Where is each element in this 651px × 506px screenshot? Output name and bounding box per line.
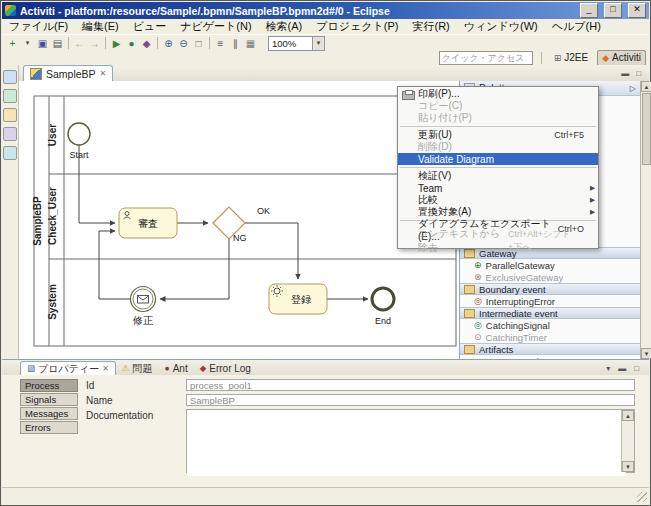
maximize-button[interactable]: □	[604, 3, 622, 18]
menu-view[interactable]: ビュー	[126, 19, 174, 34]
fast-view-icon-1[interactable]	[3, 70, 17, 84]
start-event-node[interactable]: Start	[68, 123, 90, 160]
tab-close-icon[interactable]: ✕	[102, 364, 109, 373]
documentation-scrollbar[interactable]: ▲ ▼	[621, 410, 634, 472]
toolbar-separator	[541, 52, 542, 64]
panel-minimize-icon[interactable]: ▬	[616, 363, 628, 374]
side-tab-label: Signals	[25, 394, 56, 405]
tab-properties[interactable]: ▨ プロパティー ✕	[20, 361, 116, 376]
menu-run[interactable]: 実行(R)	[405, 19, 456, 34]
align-center-icon[interactable]: ∥	[228, 36, 243, 50]
bpmn-diagram-icon	[30, 68, 42, 80]
debug-icon[interactable]: ●	[124, 36, 139, 50]
start-label: Start	[69, 150, 89, 160]
minimize-button[interactable]: _	[580, 3, 598, 18]
zoom-out-icon[interactable]: ⊖	[176, 36, 191, 50]
menu-item-validate-diagram[interactable]: Validate Diagram	[398, 153, 598, 165]
perspective-j2ee[interactable]: ⊞ J2EE	[550, 51, 592, 65]
interrupting-error-icon: ◎	[474, 297, 482, 306]
perspective-activiti[interactable]: ◆ Activiti	[597, 50, 646, 66]
scroll-up-icon[interactable]: ▲	[622, 410, 634, 421]
palette-item-interruptingerror[interactable]: ◎ InterruptingError	[460, 295, 640, 307]
grid-icon[interactable]: ▦	[243, 36, 258, 50]
editor-minimize-icon[interactable]: ▬	[619, 68, 631, 79]
menu-project[interactable]: プロジェクト(P)	[309, 19, 405, 34]
editor-tab-samplebp[interactable]: SampleBP ✕	[23, 65, 113, 81]
close-button[interactable]: ✕	[628, 3, 646, 18]
zoom-dropdown-icon[interactable]: ▾	[312, 37, 324, 50]
palette-section-artifacts[interactable]: Artifacts	[460, 343, 640, 355]
register-task-label: 登録	[291, 294, 312, 305]
tab-ant[interactable]: ● Ant	[159, 361, 194, 376]
scroll-down-icon[interactable]: ▼	[622, 461, 634, 472]
palette-item-catchingsignal[interactable]: ◎ CatchingSignal	[460, 319, 640, 331]
undo-icon[interactable]: ←	[72, 36, 87, 50]
pool-samplebp[interactable]: SampleBP User Check_User System	[32, 96, 456, 346]
end-event-node[interactable]: End	[372, 288, 394, 326]
menu-search[interactable]: 検索(A)	[259, 19, 310, 34]
title-bar: Activiti - platform:/resource/Sample/.bp…	[2, 2, 649, 19]
folder-icon	[464, 345, 475, 354]
fast-view-icon-2[interactable]	[3, 89, 17, 103]
documentation-field[interactable]	[187, 410, 626, 476]
eclipse-window: Activiti - platform:/resource/Sample/.bp…	[0, 0, 651, 506]
view-menu-icon[interactable]: ▾	[604, 363, 612, 374]
palette-item-label: CatchingTimer	[486, 332, 547, 343]
resize-grip[interactable]	[637, 492, 647, 502]
fit-page-icon[interactable]: □	[191, 36, 206, 50]
submenu-arrow-icon: ▶	[590, 184, 595, 192]
quick-access-input[interactable]	[439, 51, 533, 65]
editor-maximize-icon[interactable]: □	[634, 68, 643, 79]
side-tab-errors[interactable]: Errors	[20, 421, 78, 434]
side-tab-signals[interactable]: Signals	[20, 393, 78, 406]
register-task-node[interactable]: 登録	[269, 284, 327, 314]
menu-window[interactable]: ウィンドウ(W)	[457, 19, 545, 34]
redo-icon[interactable]: →	[87, 36, 102, 50]
menu-item-label: Validate Diagram	[418, 154, 494, 165]
print-icon[interactable]: ▤	[50, 36, 65, 50]
lane-label-user: User	[47, 124, 58, 146]
review-task-node[interactable]: 審査	[119, 208, 177, 238]
print-icon	[402, 91, 415, 100]
perspective-label: Activiti	[612, 52, 641, 63]
palette-item-textannotation[interactable]: ▭ TextAnnotation	[460, 355, 640, 359]
tab-close-icon[interactable]: ✕	[100, 69, 107, 78]
menu-navigate[interactable]: ナビゲート(N)	[173, 19, 258, 34]
tab-problems[interactable]: ⚠ 問題	[116, 361, 159, 376]
fast-view-icon-3[interactable]	[3, 108, 17, 122]
palette-scrollbar[interactable]: ▲ ▼	[640, 81, 651, 359]
problems-warning-icon: ⚠	[122, 364, 130, 373]
new-dropdown-icon[interactable]: ▾	[20, 36, 35, 50]
fast-view-icon-4[interactable]	[3, 127, 17, 141]
palette-section-intermediate-event[interactable]: Intermediate event	[460, 307, 640, 319]
palette-item-parallelgateway[interactable]: ⊕ ParallelGateway	[460, 259, 640, 271]
external-tools-icon[interactable]: ◆	[139, 36, 154, 50]
scroll-down-icon[interactable]: ▼	[641, 348, 651, 359]
palette-item-catchingtimer[interactable]: ⊙ CatchingTimer	[460, 331, 640, 343]
menu-edit[interactable]: 編集(E)	[75, 19, 126, 34]
side-tab-process[interactable]: Process	[20, 379, 78, 392]
palette-section-boundary-event[interactable]: Boundary event	[460, 283, 640, 295]
fix-message-event-node[interactable]: 修正	[131, 287, 156, 327]
side-tab-messages[interactable]: Messages	[20, 407, 78, 420]
zoom-combo[interactable]: 100% ▾	[268, 36, 325, 51]
menu-separator	[400, 126, 596, 127]
menu-help[interactable]: ヘルプ(H)	[545, 19, 608, 34]
id-field[interactable]	[186, 379, 635, 391]
name-field[interactable]	[186, 394, 635, 406]
align-left-icon[interactable]: ≡	[213, 36, 228, 50]
zoom-in-icon[interactable]: ⊕	[161, 36, 176, 50]
menu-file[interactable]: ファイル(F)	[2, 19, 75, 34]
save-icon[interactable]: ▣	[35, 36, 50, 50]
palette-item-exclusivegateway[interactable]: ⊗ ExclusiveGateway	[460, 271, 640, 283]
run-icon[interactable]: ▶	[109, 36, 124, 50]
scroll-up-icon[interactable]: ▲	[641, 81, 651, 92]
menu-item-verify[interactable]: 検証(V)	[398, 170, 598, 182]
new-wizard-icon[interactable]: +	[5, 36, 20, 50]
palette-collapse-icon[interactable]: ▷	[630, 84, 636, 93]
fast-view-icon-5[interactable]	[3, 146, 17, 160]
scrollbar-thumb[interactable]	[642, 93, 651, 165]
tab-error-log[interactable]: ◆ Error Log	[194, 361, 257, 376]
panel-maximize-icon[interactable]: □	[632, 363, 641, 374]
perspective-label: J2EE	[564, 52, 588, 63]
